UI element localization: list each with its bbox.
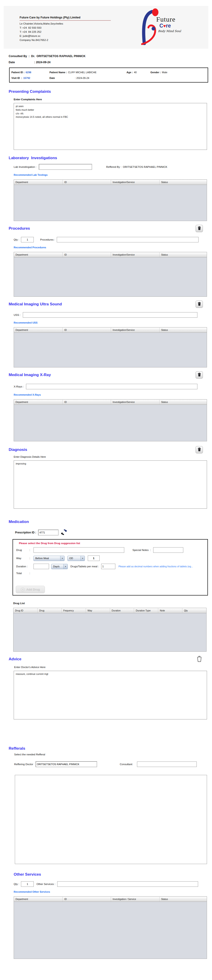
referring-doctor-input[interactable]: [35, 761, 97, 767]
xray-col-investigation: Investigation/Service: [111, 399, 159, 405]
duration-input[interactable]: [34, 564, 49, 569]
logo-tagline: Body Mind Soul: [158, 29, 181, 33]
drug-input[interactable]: [34, 547, 124, 553]
procedures-qty-label: Qty :: [14, 238, 19, 241]
consulted-by-line: Consulted By : Dr. ORITSETSETOS RAPHAEL …: [9, 54, 212, 58]
age-value: 40: [134, 71, 137, 74]
company-phone-1: T: +24 82 593 593: [19, 26, 111, 30]
way-label: Way: [16, 557, 29, 560]
drug-list-label: Drug List: [13, 602, 212, 605]
duration-unit-dropdown[interactable]: Day/s ▼: [51, 564, 68, 569]
clear-lab-button[interactable]: [196, 225, 203, 232]
other-services-input[interactable]: [57, 881, 198, 887]
patient-id-label: Patient ID :: [11, 71, 24, 74]
lab-col-investigation: Investigation/Service: [111, 180, 159, 185]
lab-investigation-input[interactable]: [39, 164, 92, 170]
complaints-textarea[interactable]: pt seen feels much better c/o- nfc monoc…: [14, 103, 207, 150]
other-col-id: ID: [63, 897, 111, 902]
drug-col-duration-type: Duration Type: [134, 608, 158, 613]
advice-textarea[interactable]: reassure, continue current mgt: [14, 671, 207, 719]
heart-icon: ♥: [163, 24, 166, 29]
section-title-xray: Medical Imaging X-Ray: [9, 373, 51, 377]
refresh-prescription-button[interactable]: [61, 529, 67, 536]
lab-col-department: Department: [14, 180, 63, 185]
gender-value: Male: [162, 71, 167, 74]
drug-col-duration: Duration: [110, 608, 134, 613]
special-notes-input[interactable]: [153, 547, 183, 553]
gender-label: Gender :: [151, 71, 161, 74]
section-title-presenting-complaints: Presenting Complaints: [9, 89, 212, 94]
visit-id-value: 15792: [23, 76, 31, 80]
trash-icon: [198, 447, 201, 452]
drug-col-way: Way: [86, 608, 110, 613]
frequency-dropdown[interactable]: OD ▼: [67, 556, 85, 561]
uss-table: Department ID Investigation/Service Stat…: [14, 327, 207, 368]
visit-id-label: Visit ID :: [11, 76, 22, 80]
age-label: Age :: [127, 71, 133, 74]
consultation-date-line: Date : 2024-09-24: [9, 61, 212, 64]
other-table-header-row: Department ID Investigation / Service St…: [14, 897, 207, 902]
procedures-col-status: Status: [159, 252, 207, 258]
special-notes-label: Special Notes :: [132, 549, 151, 551]
trash-icon: [198, 373, 201, 377]
xray-input[interactable]: [26, 384, 198, 389]
other-col-department: Department: [14, 897, 63, 902]
meal-time-dropdown[interactable]: Before Meal ▼: [34, 556, 64, 561]
clear-drug-list-button[interactable]: [196, 655, 203, 663]
procedures-table-header-row: Department ID Investigation/Service Stat…: [14, 252, 207, 258]
xray-col-status: Status: [159, 399, 207, 405]
diagnosis-label: Enter Diagnosis Details Here: [14, 455, 212, 458]
recommended-procedures-link: Recommended Procedures: [14, 246, 212, 249]
logo-word-care: C♥re: [159, 23, 181, 29]
add-icon: +: [21, 587, 25, 592]
frequency-value: OD: [69, 557, 73, 560]
procedures-col-department: Department: [14, 252, 63, 258]
drug-entry-panel: Please select the Drug from Drug suggess…: [13, 539, 208, 595]
frequency-qty-input[interactable]: [88, 555, 100, 561]
date-label: Date: [9, 61, 34, 64]
uss-label: USS :: [14, 313, 21, 316]
recommended-xrays-link: Recommended X-Rays: [14, 393, 212, 396]
duration-label: Duration :: [16, 565, 29, 568]
refresh-icon: [61, 529, 67, 536]
company-name: Future Care by Future Holdings (Pty) Lim…: [19, 16, 111, 21]
drug-col-frequency: Fequency: [61, 608, 86, 613]
uss-table-header-row: Department ID Investigation/Service Stat…: [14, 328, 207, 332]
clear-xray-button[interactable]: [196, 446, 203, 453]
consultant-input[interactable]: [137, 762, 197, 767]
clear-uss-button[interactable]: [196, 371, 203, 379]
letterhead-info: Future Care by Future Holdings (Pty) Lim…: [19, 16, 111, 49]
prescription-id-input[interactable]: [38, 530, 59, 536]
lab-table-body: [14, 185, 207, 221]
dropdown-arrow-icon: ▼: [60, 556, 64, 561]
dropdown-arrow-icon: ▼: [80, 556, 85, 561]
referral-list-box[interactable]: [15, 775, 207, 864]
recommended-uss-link: Recommended USS: [14, 321, 212, 324]
other-services-qty-input[interactable]: [21, 881, 34, 887]
logo-text: Future C♥re Body Mind Soul: [156, 16, 181, 49]
procedures-qty-input[interactable]: [21, 237, 34, 242]
xray-table-body: [14, 405, 207, 441]
uss-input[interactable]: [23, 312, 198, 318]
diagnosis-textarea[interactable]: improving: [14, 460, 207, 509]
date-value: : 2024-09-24: [34, 61, 51, 64]
add-drug-button[interactable]: + Add Drug: [16, 586, 45, 593]
letterhead: Future Care by Future Holdings (Pty) Lim…: [4, 6, 208, 49]
per-meal-input[interactable]: [101, 564, 116, 569]
procedures-label: Procedures :: [40, 238, 55, 241]
referring-doctor-label: Reffering Doctor: [14, 763, 33, 765]
clear-procedures-button[interactable]: [196, 301, 203, 308]
company-email: E: jude@future.sc: [19, 34, 111, 38]
patient-name-value: CLIFF MICHEL LABICHE: [68, 71, 96, 74]
meal-time-value: Before Meal: [35, 557, 49, 560]
lab-investigation-label: Lab Investingation :: [14, 165, 37, 168]
advice-label: Enter Doctor's Advice Here: [14, 666, 212, 668]
referred-by-line: Reffered By : ORITSETSETOS RAPHAEL PINNI…: [106, 165, 167, 168]
other-table-body: [14, 902, 207, 959]
dropdown-arrow-icon: ▼: [63, 564, 67, 569]
drug-label: Drug: [16, 549, 29, 551]
company-address: Le Chainter,Victoria,Mahe,Seychelles: [19, 22, 111, 26]
procedures-input[interactable]: [57, 237, 199, 242]
uss-col-department: Department: [14, 328, 63, 332]
drug-col-note: Note: [158, 608, 182, 613]
